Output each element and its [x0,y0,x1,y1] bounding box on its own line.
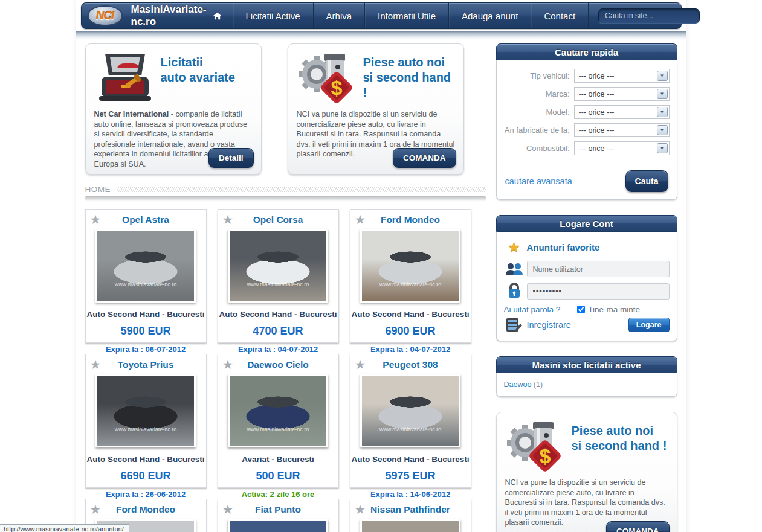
svg-text:$: $ [331,76,342,99]
listing-title[interactable]: Nissan Pathfinder [350,504,471,515]
quick-search-label: Combustibil: [526,144,570,153]
active-stock-panel: Masini stoc licitatii active Daewoo (1) [496,356,677,397]
breadcrumb[interactable]: HOME [85,185,111,194]
favorite-star-icon[interactable]: ★ [355,213,366,227]
main-content: Licitatii auto avariate Net Car Internat… [76,40,686,532]
favorite-star-icon[interactable]: ★ [222,502,234,517]
sidebar-parts-promo-text: NCI va pune la dispozitie si un serviciu… [505,478,668,528]
detalii-button[interactable]: Detalii [208,148,254,168]
logare-button[interactable]: Logare [628,318,670,332]
parts-gear-icon: $ [297,51,358,104]
password-input[interactable] [527,283,670,300]
logo-text: NCI [96,9,114,22]
comanda-button[interactable]: COMANDA [393,148,456,168]
listing-title[interactable]: Opel Astra [86,214,206,225]
page-container: NCI MasiniAvariate-nc.ro Licitatii Activ… [76,0,686,532]
listing-category-location: Auto Second Hand - Bucuresti [350,455,471,464]
listing-title[interactable]: Fiat Punto [218,504,338,515]
nci-logo: NCI [88,5,123,26]
site-title: MasiniAvariate-nc.ro [131,4,209,28]
lock-icon [504,283,525,300]
select-marca[interactable]: --- orice --- ▼ [574,87,670,101]
listing-photo[interactable]: www.masiniavariate-nc.ro [360,519,460,532]
username-input[interactable] [527,261,670,277]
listing-price: 5975 EUR [350,470,471,482]
listing-card[interactable]: ★ Daewoo Cielo www.masiniavariate-nc.ro … [218,354,339,488]
listing-category-location: Auto Second Hand - Bucuresti [350,310,471,319]
quick-search-label: An fabricatie de la: [505,126,570,135]
listing-photo[interactable]: www.masiniavariate-nc.ro [228,229,328,303]
listing-expiry: Expira la : 26-06-2012 [86,490,206,499]
select-combustibil[interactable]: --- orice --- ▼ [574,141,670,155]
promo-auctions-box: Licitatii auto avariate Net Car Internat… [85,43,262,175]
nav-item-contact[interactable]: Contact [531,3,588,28]
listing-title[interactable]: Peugeot 308 [350,359,471,370]
nav-item-arhiva[interactable]: Arhiva [313,3,365,28]
listing-card[interactable]: ★ Toyota Prius www.masiniavariate-nc.ro … [85,354,207,488]
photo-watermark: www.masiniavariate-nc.ro [97,281,194,287]
favorite-star-icon[interactable]: ★ [90,213,102,227]
favorite-star-icon[interactable]: ★ [222,357,234,372]
listing-photo[interactable]: www.masiniavariate-nc.ro [95,374,196,447]
home-icon [213,11,221,21]
register-link[interactable]: Inregistrare [527,320,571,330]
listing-photo[interactable]: www.masiniavariate-nc.ro [95,229,196,303]
sidebar: Cautare rapida Tip vehicul: --- orice --… [496,43,677,532]
forgot-password-link[interactable]: Ai uitat parola ? [504,305,561,314]
listing-price: 6690 EUR [86,470,206,482]
listing-card[interactable]: ★ Opel Astra www.masiniavariate-nc.ro Au… [85,209,207,343]
select-an-fabricatie[interactable]: --- orice --- ▼ [574,123,670,137]
listing-title[interactable]: Ford Mondeo [350,214,471,225]
photo-watermark: www.masiniavariate-nc.ro [230,281,326,287]
site-search-input[interactable] [598,8,700,24]
listing-card[interactable]: ★ Ford Mondeo www.masiniavariate-nc.ro A… [350,209,471,343]
favorite-star-icon[interactable]: ★ [355,357,366,372]
top-nav: NCI MasiniAvariate-nc.ro Licitatii Activ… [81,2,682,29]
logo-link[interactable]: NCI [82,3,131,28]
favorite-star-icon[interactable]: ★ [222,213,234,227]
listing-photo[interactable]: www.masiniavariate-nc.ro [360,229,460,303]
favorite-star-icon[interactable]: ★ [355,502,366,517]
listing-photo[interactable]: www.masiniavariate-nc.ro [228,374,328,447]
listing-grid: ★ Opel Astra www.masiniavariate-nc.ro Au… [85,209,472,532]
sidebar-comanda-button[interactable]: COMANDA [606,521,670,532]
favorite-star-icon[interactable]: ★ [90,357,102,372]
favorites-link[interactable]: Anunturi favorite [527,242,600,252]
listing-photo[interactable]: www.masiniavariate-nc.ro [360,374,460,447]
nav-item-informatii-utile[interactable]: Informatii Utile [364,3,448,28]
favorite-star-icon[interactable]: ★ [90,502,102,517]
listing-card[interactable]: ★ Nissan Pathfinder www.masiniavariate-n… [350,499,471,532]
listing-expiry: Expira la : 14-06-2012 [350,490,471,499]
listing-title[interactable]: Opel Corsa [218,214,338,225]
status-url-tooltip: http://www.masiniavariate-nc.ro/anunturi… [0,524,129,532]
listing-card[interactable]: ★ Opel Corsa www.masiniavariate-nc.ro Au… [218,209,339,343]
quick-search-label: Model: [546,107,569,117]
listing-title[interactable]: Ford Mondeo [86,504,206,515]
listing-card[interactable]: ★ Fiat Punto www.masiniavariate-nc.ro [218,499,339,532]
promo-auctions-title: Licitatii auto avariate [161,51,235,104]
sidebar-parts-promo-box: $ Piese auto noi si second hand ! NCI va… [496,412,677,532]
active-stock-header: Masini stoc licitatii active [496,356,677,373]
remember-me-checkbox[interactable] [577,306,585,313]
select-tip-vehicul[interactable]: --- orice --- ▼ [574,69,670,83]
listing-photo[interactable]: www.masiniavariate-nc.ro [228,519,328,532]
chevron-down-icon: ▼ [657,107,668,117]
nav-item-adauga-anunt[interactable]: Adauga anunt [448,3,531,28]
listing-title[interactable]: Toyota Prius [86,359,206,370]
favorites-star-icon: ★ [504,239,525,255]
breadcrumb-row: HOME [85,185,486,194]
select-model[interactable]: --- orice --- ▼ [574,105,670,119]
stock-brand-link[interactable]: Daewoo [504,380,532,389]
login-header: Logare Cont [496,215,677,232]
promo-parts-box: $ Piese auto noi si second hand ! NCI va… [288,43,464,175]
chevron-down-icon: ▼ [657,71,668,81]
listing-title[interactable]: Daewoo Cielo [218,359,338,370]
sidebar-parts-promo-title: Piese auto noi si second hand ! [572,420,667,473]
section-divider [85,196,486,202]
listing-card[interactable]: ★ Peugeot 308 www.masiniavariate-nc.ro A… [350,354,471,488]
cauta-button[interactable]: Cauta [625,170,668,192]
advanced-search-link[interactable]: cautare avansata [505,176,572,186]
chevron-down-icon: ▼ [657,143,668,153]
nav-item-licitatii-active[interactable]: Licitatii Active [233,3,313,28]
site-home-link[interactable]: MasiniAvariate-nc.ro [131,3,233,28]
